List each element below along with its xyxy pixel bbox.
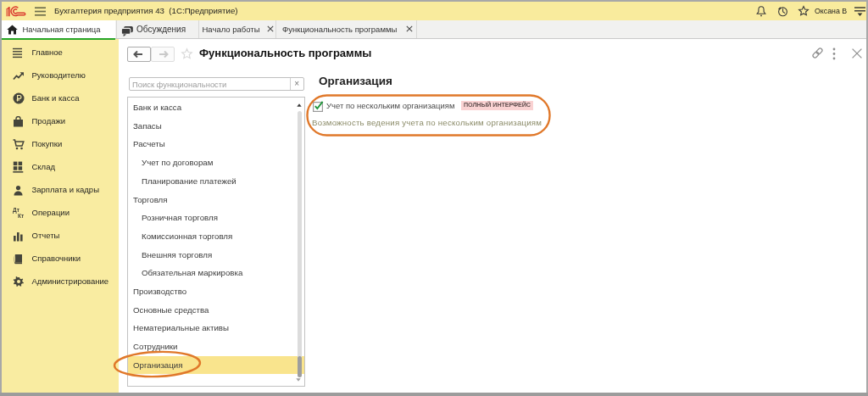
svg-text:Кт: Кт bbox=[18, 213, 24, 219]
